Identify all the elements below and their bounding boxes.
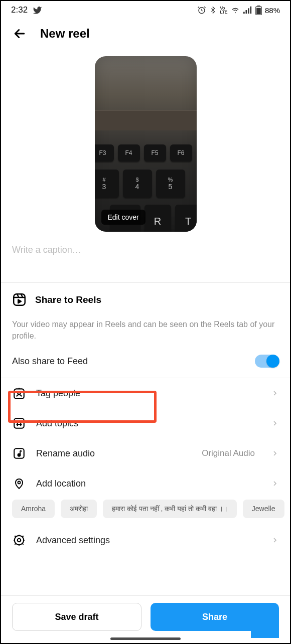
location-chip[interactable]: हमारा कोई पता नहीं , कभी यहां तो कभी वहा… [103, 500, 237, 518]
add-location-row[interactable]: Add location [1, 468, 290, 499]
svg-rect-9 [14, 389, 24, 399]
advanced-settings-label: Advanced settings [36, 535, 261, 546]
status-bar: 2:32 VoLTE 88% [1, 1, 290, 17]
status-right: VoLTE 88% [197, 6, 280, 15]
chevron-right-icon [271, 449, 279, 457]
tag-people-label: Tag people [36, 388, 261, 399]
share-to-feed-row: Also share to Feed [1, 347, 290, 378]
share-button[interactable]: Share [151, 603, 279, 631]
edit-cover-button[interactable]: Edit cover [101, 210, 145, 225]
share-to-reels-title: Share to Reels [35, 294, 101, 305]
svg-point-14 [18, 481, 21, 484]
battery-icon [255, 6, 262, 15]
status-time: 2:32 [11, 5, 28, 15]
add-topics-row[interactable]: Add topics [1, 408, 290, 438]
bottom-action-bar: Save draft Share [1, 595, 290, 643]
advanced-settings-row[interactable]: Advanced settings [1, 525, 290, 558]
signal-icon [243, 6, 252, 14]
cover-thumbnail-wrap: F3F4F5F6 #3 $4 %5 RT Edit cover [1, 47, 290, 232]
cover-thumbnail[interactable]: F3F4F5F6 #3 $4 %5 RT Edit cover [95, 56, 197, 232]
share-to-feed-label: Also share to Feed [12, 356, 88, 367]
status-left: 2:32 [11, 5, 42, 15]
header: New reel [1, 17, 290, 47]
chevron-right-icon [271, 419, 279, 427]
alarm-icon [197, 6, 206, 15]
add-topics-label: Add topics [36, 418, 261, 429]
svg-rect-4 [250, 7, 251, 14]
chevron-right-icon [271, 389, 279, 397]
svg-rect-11 [14, 419, 24, 429]
rename-audio-value: Original Audio [202, 448, 255, 458]
caption-input[interactable]: Write a caption… [1, 232, 290, 264]
location-chip[interactable]: अमरोहा [61, 500, 97, 518]
svg-point-16 [18, 539, 21, 542]
page-title: New reel [40, 27, 90, 41]
svg-rect-2 [245, 10, 247, 14]
topics-icon [13, 417, 26, 430]
reels-icon [13, 293, 26, 306]
volte-icon: VoLTE [220, 6, 227, 14]
rename-audio-row[interactable]: Rename audio Original Audio [1, 438, 290, 468]
back-icon[interactable] [12, 26, 27, 41]
svg-rect-3 [248, 8, 249, 14]
location-chip[interactable]: Jewelle [243, 500, 284, 518]
bluetooth-icon [209, 6, 217, 15]
svg-rect-7 [256, 8, 261, 14]
share-to-reels-description: Your video may appear in Reels and can b… [1, 311, 290, 347]
svg-rect-1 [243, 12, 245, 14]
audio-icon [13, 447, 26, 460]
battery-percent: 88% [265, 6, 280, 15]
svg-point-13 [18, 454, 21, 456]
rename-audio-label: Rename audio [36, 448, 192, 459]
chevron-right-icon [271, 536, 279, 544]
share-to-feed-toggle[interactable] [255, 355, 279, 368]
tag-people-icon [13, 387, 26, 400]
share-to-reels-section: Share to Reels [1, 283, 290, 311]
add-location-label: Add location [36, 478, 261, 489]
svg-point-10 [18, 392, 20, 394]
chevron-right-icon [271, 479, 279, 488]
twitter-icon [33, 6, 42, 15]
tag-people-row[interactable]: Tag people [1, 378, 290, 408]
wifi-icon [230, 6, 240, 14]
save-draft-button[interactable]: Save draft [12, 603, 141, 631]
home-indicator [110, 637, 181, 640]
location-chip[interactable]: Amroha [12, 500, 55, 518]
location-icon [13, 477, 25, 490]
svg-point-15 [15, 536, 24, 545]
location-suggestions: Amroha अमरोहा हमारा कोई पता नहीं , कभी य… [1, 499, 290, 525]
settings-icon [13, 534, 26, 547]
